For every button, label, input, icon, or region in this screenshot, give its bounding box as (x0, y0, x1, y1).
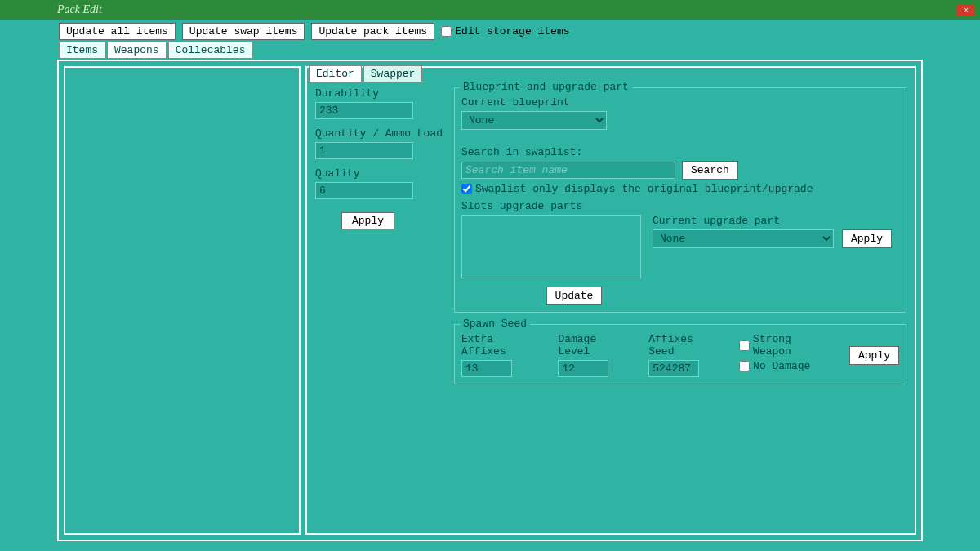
tab-collecables[interactable]: Collecables (168, 42, 253, 58)
titlebar: Pack Edit x (0, 0, 980, 20)
quality-label: Quality (315, 167, 446, 180)
stats-form: Durability Quantity / Ammo Load Quality … (315, 87, 446, 396)
damage-level-label: Damage Level (558, 333, 632, 358)
spawn-apply-button[interactable]: Apply (849, 346, 899, 365)
damage-level-input[interactable] (558, 360, 608, 377)
slots-listbox[interactable] (461, 215, 641, 278)
strong-weapon-checkbox[interactable] (739, 340, 750, 351)
main-tabs: Items Weapons Collecables (0, 42, 980, 58)
search-button[interactable]: Search (682, 161, 738, 180)
search-col: Search in swaplist: Search Swaplist only… (461, 146, 813, 195)
upgrade-apply-button[interactable]: Apply (842, 229, 892, 248)
quality-input[interactable] (315, 182, 413, 199)
stats-apply-button[interactable]: Apply (341, 212, 394, 229)
current-blueprint-label: Current blueprint (461, 96, 607, 109)
upgrade-select[interactable]: None (653, 229, 834, 248)
edit-storage-checkbox[interactable] (441, 26, 452, 37)
close-button[interactable]: x (957, 4, 975, 16)
work-area: Editor Swapper Durability Quantity / Amm… (57, 60, 923, 541)
quantity-label: Quantity / Ammo Load (315, 127, 446, 140)
tab-items[interactable]: Items (59, 42, 105, 58)
search-input[interactable] (461, 162, 675, 179)
blueprint-legend: Blueprint and upgrade part (460, 81, 632, 93)
spawn-legend: Spawn Seed (460, 318, 530, 330)
swaplist-only-label: Swaplist only displays the original blue… (475, 183, 813, 195)
window-title: Pack Edit (57, 3, 102, 16)
extra-affixes-input[interactable] (461, 360, 512, 377)
slots-label: Slots upgrade parts (461, 200, 899, 212)
tab-swapper[interactable]: Swapper (363, 65, 423, 82)
swaplist-only-checkbox[interactable] (461, 184, 472, 194)
inner-tabs: Editor Swapper (309, 65, 422, 82)
swaplist-only-row[interactable]: Swaplist only displays the original blue… (461, 183, 813, 195)
quantity-input[interactable] (315, 142, 413, 159)
no-damage-checkbox[interactable] (739, 361, 750, 371)
editor-panel: Editor Swapper Durability Quantity / Amm… (305, 66, 916, 535)
current-blueprint-select[interactable]: None (461, 111, 607, 130)
close-icon: x (964, 6, 969, 14)
item-list-panel[interactable] (64, 66, 301, 535)
durability-input[interactable] (315, 102, 413, 119)
update-swap-button[interactable]: Update swap items (182, 23, 305, 40)
search-label: Search in swaplist: (461, 146, 813, 158)
blueprint-group: Blueprint and upgrade part Current bluep… (454, 87, 906, 313)
toolbar: Update all items Update swap items Updat… (0, 20, 980, 42)
durability-label: Durability (315, 87, 446, 100)
update-pack-button[interactable]: Update pack items (311, 23, 434, 40)
affixes-seed-label: Affixes Seed (648, 333, 723, 358)
strong-weapon-row[interactable]: Strong Weapon (739, 333, 833, 358)
upgrade-label: Current upgrade part (653, 215, 899, 227)
no-damage-label: No Damage (753, 360, 810, 372)
edit-storage-label: Edit storage items (455, 25, 569, 38)
extra-affixes-label: Extra Affixes (461, 333, 541, 358)
strong-weapon-label: Strong Weapon (753, 333, 833, 358)
tab-editor[interactable]: Editor (309, 65, 362, 82)
edit-storage-checkbox-row[interactable]: Edit storage items (441, 25, 569, 38)
editor-body: Durability Quantity / Ammo Load Quality … (307, 68, 915, 404)
upgrade-col: Current upgrade part None Apply (653, 215, 899, 248)
update-all-button[interactable]: Update all items (59, 23, 176, 40)
spawn-seed-group: Spawn Seed Extra Affixes Damage Level Af… (454, 324, 906, 384)
no-damage-row[interactable]: No Damage (739, 360, 833, 372)
blueprint-update-button[interactable]: Update (546, 287, 603, 305)
current-blueprint-col: Current blueprint None (461, 96, 607, 130)
tab-weapons[interactable]: Weapons (107, 42, 167, 58)
groups-column: Blueprint and upgrade part Current bluep… (454, 87, 906, 396)
affixes-seed-input[interactable] (648, 360, 699, 377)
